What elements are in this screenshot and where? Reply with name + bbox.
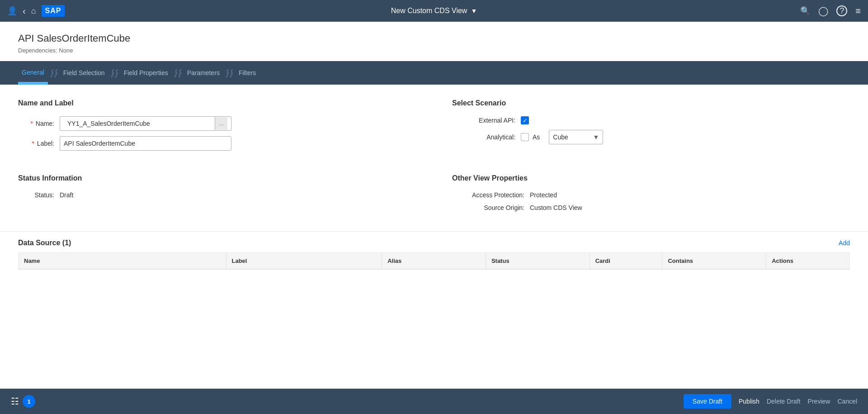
top-navigation: 👤 ‹ ⌂ SAP New Custom CDS View ▼ 🔍 ◯ ? ≡ bbox=[0, 0, 868, 22]
back-icon[interactable]: ‹ bbox=[23, 6, 26, 16]
access-protection-value: Protected bbox=[530, 191, 557, 199]
page-title-nav: New Custom CDS View ▼ bbox=[391, 7, 477, 15]
analytical-checkbox[interactable] bbox=[521, 133, 529, 141]
analytical-label: Analytical: bbox=[452, 133, 515, 141]
as-label: As bbox=[533, 133, 540, 141]
tab-separator-1: ⨓⨓ bbox=[50, 68, 58, 78]
nav-title: New Custom CDS View bbox=[391, 7, 467, 15]
other-view-props-title: Other View Properties bbox=[452, 174, 850, 182]
source-origin-value: Custom CDS View bbox=[530, 204, 582, 211]
as-dropdown[interactable]: Cube ▼ bbox=[549, 130, 603, 144]
label-input[interactable] bbox=[60, 140, 231, 147]
status-row: Status: Draft bbox=[18, 191, 416, 199]
main-content: API SalesOrderItemCube Dependencies: Non… bbox=[0, 22, 868, 389]
col-actions: Actions bbox=[766, 253, 849, 269]
name-label-title: Name and Label bbox=[18, 99, 416, 107]
tab-field-selection[interactable]: Field Selection bbox=[60, 61, 108, 85]
settings-icon[interactable]: ☷ bbox=[11, 396, 19, 407]
label-required-star: * bbox=[32, 140, 34, 147]
tab-separator-4: ⨓⨓ bbox=[225, 68, 233, 78]
access-protection-row: Access Protection: Protected bbox=[452, 191, 850, 199]
page-header: API SalesOrderItemCube Dependencies: Non… bbox=[0, 22, 868, 61]
col-status: Status bbox=[486, 253, 590, 269]
help-icon[interactable]: ? bbox=[836, 5, 847, 16]
external-api-label: External API: bbox=[452, 117, 515, 124]
name-input-wrapper[interactable]: … bbox=[60, 116, 231, 131]
name-required-star: * bbox=[30, 120, 33, 127]
as-chevron-icon: ▼ bbox=[593, 133, 599, 141]
col-name: Name bbox=[19, 253, 226, 269]
label-label: * Label: bbox=[18, 140, 54, 147]
access-protection-label: Access Protection: bbox=[452, 191, 524, 199]
preview-button[interactable]: Preview bbox=[808, 398, 830, 405]
status-info-title: Status Information bbox=[18, 174, 416, 182]
tab-field-properties-label: Field Properties bbox=[124, 69, 168, 76]
tab-filters[interactable]: Filters bbox=[235, 61, 259, 85]
select-scenario-section: Select Scenario External API: ✓ Analytic… bbox=[452, 99, 850, 156]
source-origin-row: Source Origin: Custom CDS View bbox=[452, 204, 850, 211]
name-browse-button[interactable]: … bbox=[215, 117, 227, 130]
analytical-row: Analytical: As Cube ▼ bbox=[452, 130, 850, 144]
publish-button[interactable]: Publish bbox=[739, 398, 760, 405]
tab-field-properties[interactable]: Field Properties bbox=[120, 61, 172, 85]
page-subtitle: Dependencies: None bbox=[18, 47, 850, 54]
tab-field-selection-label: Field Selection bbox=[63, 69, 105, 76]
home-icon[interactable]: ⌂ bbox=[31, 6, 36, 16]
other-view-props-section: Other View Properties Access Protection:… bbox=[452, 174, 850, 217]
cancel-button[interactable]: Cancel bbox=[837, 398, 857, 405]
scenario-title: Select Scenario bbox=[452, 99, 850, 107]
col-label: Label bbox=[226, 253, 382, 269]
bottom-action-bar: ☷ 1 Save Draft Publish Delete Draft Prev… bbox=[0, 389, 868, 414]
save-draft-button[interactable]: Save Draft bbox=[684, 394, 731, 409]
status-info-section: Status Information Status: Draft bbox=[18, 174, 416, 217]
nav-right: 🔍 ◯ ? ≡ bbox=[800, 5, 861, 16]
name-label-section: Name and Label * Name: … * Label: bbox=[18, 99, 416, 156]
page-title: API SalesOrderItemCube bbox=[18, 33, 850, 44]
external-api-row: External API: ✓ bbox=[452, 116, 850, 124]
name-input[interactable] bbox=[64, 120, 215, 127]
tab-separator-3: ⨓⨓ bbox=[174, 68, 182, 78]
notification-badge[interactable]: 1 bbox=[23, 395, 35, 408]
status-value: Draft bbox=[60, 191, 73, 199]
data-source-table: Name Label Alias Status Cardi Contains A… bbox=[18, 252, 850, 270]
data-source-title: Data Source (1) bbox=[18, 239, 71, 247]
table-header: Name Label Alias Status Cardi Contains A… bbox=[19, 253, 849, 269]
col-alias: Alias bbox=[382, 253, 486, 269]
tab-general-label: General bbox=[22, 69, 44, 76]
source-origin-label: Source Origin: bbox=[452, 204, 524, 211]
nav-left: 👤 ‹ ⌂ SAP bbox=[7, 5, 65, 17]
data-source-section: Data Source (1) Add Name Label Alias Sta… bbox=[0, 231, 868, 270]
form-content: Name and Label * Name: … * Label: bbox=[0, 85, 868, 231]
tab-bar: General ⨓⨓ Field Selection ⨓⨓ Field Prop… bbox=[0, 61, 868, 85]
label-input-wrapper[interactable] bbox=[60, 136, 231, 151]
name-field-group: * Name: … bbox=[18, 116, 416, 131]
menu-icon[interactable]: ≡ bbox=[855, 6, 861, 16]
bottom-bar-left: ☷ 1 bbox=[11, 395, 35, 408]
data-source-header: Data Source (1) Add bbox=[18, 232, 850, 252]
status-label: Status: bbox=[18, 191, 54, 199]
col-contains: Contains bbox=[662, 253, 766, 269]
tab-parameters-label: Parameters bbox=[187, 69, 220, 76]
tab-general[interactable]: General bbox=[18, 61, 48, 85]
title-chevron-icon[interactable]: ▼ bbox=[471, 7, 477, 14]
user-icon[interactable]: 👤 bbox=[7, 6, 17, 16]
notification-count: 1 bbox=[27, 398, 30, 405]
tab-parameters[interactable]: Parameters bbox=[184, 61, 223, 85]
search-icon[interactable]: 🔍 bbox=[800, 6, 810, 16]
external-api-checkbox[interactable]: ✓ bbox=[521, 116, 529, 124]
col-cardi: Cardi bbox=[590, 253, 663, 269]
delete-draft-button[interactable]: Delete Draft bbox=[767, 398, 801, 405]
sap-logo: SAP bbox=[42, 5, 65, 17]
tab-separator-2: ⨓⨓ bbox=[110, 68, 118, 78]
tab-filters-label: Filters bbox=[239, 69, 256, 76]
add-link[interactable]: Add bbox=[839, 239, 850, 247]
notifications-icon[interactable]: ◯ bbox=[818, 5, 828, 16]
label-field-group: * Label: bbox=[18, 136, 416, 151]
as-value: Cube bbox=[553, 133, 568, 141]
name-label: * Name: bbox=[18, 120, 54, 127]
